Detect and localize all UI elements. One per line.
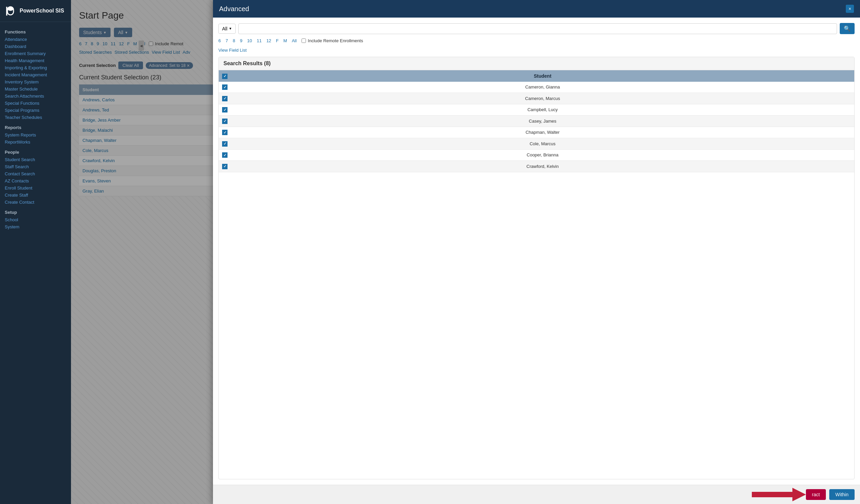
arrow-indicator bbox=[752, 488, 806, 501]
modal-grade-f[interactable]: F bbox=[276, 38, 278, 43]
modal-include-remote-checkbox[interactable] bbox=[302, 39, 306, 43]
table-row: Cameron, Gianna bbox=[219, 82, 854, 93]
modal-body: All ▼ 🔍 6 7 8 9 10 11 12 F M All bbox=[213, 18, 860, 485]
results-table: Student Cameron, Gianna Cameron, Marcus bbox=[219, 70, 854, 172]
result-checkbox-cell[interactable] bbox=[219, 93, 231, 104]
sidebar-item-enroll-student[interactable]: Enroll Student bbox=[0, 184, 71, 192]
modal-include-remote-label: Include Remote Enrollments bbox=[302, 38, 363, 43]
result-student-name[interactable]: Casey, James bbox=[231, 116, 854, 127]
modal-footer: ract Within bbox=[213, 485, 860, 504]
table-row: Campbell, Lucy bbox=[219, 104, 854, 116]
results-title: Search Results (8) bbox=[224, 60, 271, 66]
result-checkbox[interactable] bbox=[222, 85, 228, 90]
results-panel: Search Results (8) Student bbox=[218, 57, 855, 479]
sidebar-item-system-reports[interactable]: System Reports bbox=[0, 131, 71, 138]
sidebar-item-create-contact[interactable]: Create Contact bbox=[0, 198, 71, 206]
modal-grade-m[interactable]: M bbox=[283, 38, 287, 43]
modal-title: Advanced bbox=[219, 5, 249, 13]
result-student-name[interactable]: Chapman, Walter bbox=[231, 127, 854, 138]
sidebar-item-dashboard[interactable]: Dashboard bbox=[0, 43, 71, 50]
app-logo: | bbox=[4, 5, 16, 17]
result-checkbox[interactable] bbox=[222, 141, 228, 147]
modal-grade-all[interactable]: All bbox=[292, 38, 297, 43]
search-select-label: All bbox=[222, 26, 228, 31]
result-student-name[interactable]: Crawford, Kelvin bbox=[231, 161, 854, 172]
svg-marker-4 bbox=[752, 488, 806, 501]
modal-grade-11[interactable]: 11 bbox=[257, 38, 261, 43]
results-table-header-row: Student bbox=[219, 70, 854, 82]
within-button[interactable]: Within bbox=[829, 489, 855, 500]
results-checkbox-header[interactable] bbox=[219, 70, 231, 82]
modal-include-remote-text: Include Remote Enrollments bbox=[308, 38, 363, 43]
sidebar-nav: Functions Attendance Dashboard Enrollmen… bbox=[0, 22, 71, 504]
result-checkbox[interactable] bbox=[222, 164, 228, 169]
sidebar-item-attendance[interactable]: Attendance bbox=[0, 36, 71, 43]
search-button[interactable]: 🔍 bbox=[840, 23, 855, 34]
modal-grade-10[interactable]: 10 bbox=[247, 38, 252, 43]
sidebar-item-az-contacts[interactable]: AZ Contacts bbox=[0, 177, 71, 184]
result-checkbox[interactable] bbox=[222, 152, 228, 158]
result-checkbox-cell[interactable] bbox=[219, 104, 231, 116]
result-student-name[interactable]: Cameron, Marcus bbox=[231, 93, 854, 104]
result-checkbox-cell[interactable] bbox=[219, 138, 231, 150]
result-student-name[interactable]: Cameron, Gianna bbox=[231, 82, 854, 93]
filter-row: 6 7 8 9 10 11 12 F M All Include Remote … bbox=[218, 38, 855, 43]
section-title-people: People bbox=[0, 146, 71, 156]
sidebar-item-student-search[interactable]: Student Search bbox=[0, 156, 71, 163]
sidebar-item-staff-search[interactable]: Staff Search bbox=[0, 163, 71, 170]
modal-view-field-list-link[interactable]: View Field List bbox=[218, 48, 247, 53]
search-icon: 🔍 bbox=[844, 25, 850, 32]
sidebar-item-incident-management[interactable]: Incident Management bbox=[0, 71, 71, 78]
modal-grade-9[interactable]: 9 bbox=[240, 38, 242, 43]
result-checkbox-cell[interactable] bbox=[219, 127, 231, 138]
section-title-setup: Setup bbox=[0, 206, 71, 216]
modal-grade-8[interactable]: 8 bbox=[233, 38, 235, 43]
sidebar-item-master-schedule[interactable]: Master Schedule bbox=[0, 86, 71, 92]
result-checkbox[interactable] bbox=[222, 96, 228, 101]
result-checkbox[interactable] bbox=[222, 130, 228, 135]
table-row: Chapman, Walter bbox=[219, 127, 854, 138]
sidebar-item-special-functions[interactable]: Special Functions bbox=[0, 100, 71, 107]
intersect-button[interactable]: ract bbox=[806, 489, 826, 500]
search-select-arrow-icon: ▼ bbox=[229, 27, 232, 30]
results-header: Search Results (8) bbox=[219, 57, 854, 70]
sidebar-header: | PowerSchool SIS bbox=[0, 0, 71, 22]
result-checkbox-cell[interactable] bbox=[219, 149, 231, 161]
sidebar-item-teacher-schedules[interactable]: Teacher Schedules bbox=[0, 114, 71, 121]
section-title-functions: Functions bbox=[0, 25, 71, 36]
table-row: Casey, James bbox=[219, 116, 854, 127]
select-all-checkbox[interactable] bbox=[222, 74, 228, 79]
result-student-name[interactable]: Cooper, Brianna bbox=[231, 149, 854, 161]
result-checkbox[interactable] bbox=[222, 107, 228, 113]
result-student-name[interactable]: Cole, Marcus bbox=[231, 138, 854, 150]
search-select-dropdown[interactable]: All ▼ bbox=[218, 24, 235, 34]
modal-grade-12[interactable]: 12 bbox=[267, 38, 271, 43]
result-checkbox-cell[interactable] bbox=[219, 82, 231, 93]
sidebar-item-contact-search[interactable]: Contact Search bbox=[0, 170, 71, 177]
sidebar-item-search-attachments[interactable]: Search Attachments bbox=[0, 92, 71, 100]
sidebar-item-importing-exporting[interactable]: Importing & Exporting bbox=[0, 64, 71, 71]
sidebar-item-system[interactable]: System bbox=[0, 223, 71, 231]
table-row: Cameron, Marcus bbox=[219, 93, 854, 104]
result-student-name[interactable]: Campbell, Lucy bbox=[231, 104, 854, 116]
modal-close-button[interactable]: × bbox=[846, 5, 854, 13]
result-checkbox[interactable] bbox=[222, 119, 228, 124]
sidebar-item-enrollment-summary[interactable]: Enrollment Summary bbox=[0, 50, 71, 57]
sidebar: | PowerSchool SIS Functions Attendance D… bbox=[0, 0, 71, 504]
modal-grade-6[interactable]: 6 bbox=[218, 38, 221, 43]
sidebar-item-health-management[interactable]: Health Management bbox=[0, 57, 71, 64]
sidebar-item-school[interactable]: School bbox=[0, 216, 71, 223]
sidebar-item-reportworks[interactable]: ReportWorks bbox=[0, 138, 71, 146]
app-title: PowerSchool SIS bbox=[19, 8, 64, 14]
main-area: Start Page Students ▼ All ▼ 6 7 8 9 10 1… bbox=[71, 0, 860, 504]
result-checkbox-cell[interactable] bbox=[219, 116, 231, 127]
sidebar-item-special-programs[interactable]: Special Programs bbox=[0, 107, 71, 114]
sidebar-item-inventory-system[interactable]: Inventory System bbox=[0, 78, 71, 86]
search-bar: All ▼ 🔍 bbox=[218, 23, 855, 34]
table-row: Crawford, Kelvin bbox=[219, 161, 854, 172]
search-input[interactable] bbox=[238, 23, 837, 34]
table-row: Cooper, Brianna bbox=[219, 149, 854, 161]
result-checkbox-cell[interactable] bbox=[219, 161, 231, 172]
modal-grade-7[interactable]: 7 bbox=[226, 38, 228, 43]
sidebar-item-create-staff[interactable]: Create Staff bbox=[0, 192, 71, 198]
